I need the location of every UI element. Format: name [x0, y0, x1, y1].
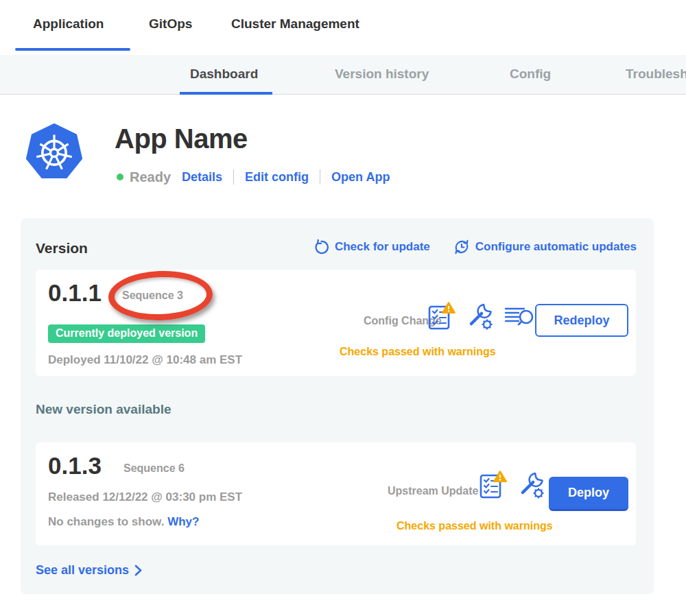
- deploy-button[interactable]: Deploy: [549, 477, 628, 511]
- deployed-timestamp: Deployed 11/10/22 @ 10:48 am EST: [48, 353, 242, 367]
- active-tab-underline: [15, 48, 130, 51]
- tab-dashboard[interactable]: Dashboard: [190, 67, 258, 82]
- open-app-link[interactable]: Open App: [331, 170, 390, 185]
- active-subtab-underline: [180, 92, 272, 95]
- check-for-update-link[interactable]: Check for update: [314, 239, 430, 255]
- version-action-icons: [427, 301, 535, 331]
- tab-config[interactable]: Config: [510, 67, 551, 82]
- new-version-sequence: Sequence 6: [123, 462, 185, 475]
- edit-config-link[interactable]: Edit config: [245, 170, 309, 185]
- page-title: App Name: [115, 123, 248, 154]
- top-nav: Application GitOps Cluster Management: [0, 0, 686, 55]
- version-panel-actions: Check for update Configure automatic upd…: [314, 239, 637, 255]
- refresh-icon: [314, 239, 329, 255]
- version-panel: Version Check for update Configure autom…: [21, 218, 654, 594]
- divider: [233, 169, 234, 185]
- currently-deployed-badge: Currently deployed version: [48, 324, 205, 343]
- tab-version-history[interactable]: Version history: [335, 67, 429, 82]
- configure-automatic-updates-link[interactable]: Configure automatic updates: [453, 239, 637, 255]
- no-changes-text: No changes to show. Why?: [48, 515, 199, 529]
- edit-config-wrench-icon[interactable]: [466, 302, 495, 331]
- tab-application[interactable]: Application: [33, 16, 104, 32]
- ready-status-dot-icon: [117, 174, 123, 180]
- checks-status-text[interactable]: Checks passed with warnings: [397, 520, 553, 532]
- app-status-row: Ready Details Edit config Open App: [117, 168, 390, 186]
- version-action-icons: [478, 470, 546, 500]
- see-all-versions-link[interactable]: See all versions: [36, 563, 142, 578]
- see-all-versions-label: See all versions: [36, 563, 129, 578]
- divider: [320, 169, 320, 185]
- current-version-number: 0.1.1: [48, 279, 102, 307]
- version-panel-title: Version: [36, 240, 88, 257]
- redeploy-button[interactable]: Redeploy: [535, 304, 628, 337]
- preflight-checklist-warning-icon[interactable]: [478, 470, 508, 500]
- check-for-update-label: Check for update: [335, 240, 430, 254]
- view-diff-search-icon[interactable]: [504, 303, 535, 329]
- new-version-card: 0.1.3 Sequence 6 Released 12/12/22 @ 03:…: [36, 442, 636, 545]
- status-text: Ready: [130, 169, 171, 185]
- kubernetes-logo-icon: [24, 122, 84, 182]
- chevron-right-icon: [134, 565, 142, 576]
- tab-troubleshoot[interactable]: Troubleshoot: [626, 67, 686, 82]
- tab-gitops[interactable]: GitOps: [149, 16, 192, 32]
- why-link[interactable]: Why?: [167, 515, 199, 528]
- no-changes-label: No changes to show.: [48, 515, 164, 528]
- app-sub-nav: Dashboard Version history Config Trouble…: [0, 55, 686, 95]
- configure-automatic-updates-label: Configure automatic updates: [475, 240, 637, 254]
- version-source-label: Upstream Update: [388, 485, 478, 497]
- checks-status-text[interactable]: Checks passed with warnings: [340, 346, 496, 358]
- preflight-checklist-warning-icon[interactable]: [427, 301, 457, 331]
- current-version-sequence: Sequence 3: [122, 289, 183, 302]
- released-timestamp: Released 12/12/22 @ 03:30 pm EST: [48, 490, 242, 504]
- details-link[interactable]: Details: [182, 170, 222, 185]
- edit-config-wrench-icon[interactable]: [517, 471, 546, 499]
- auto-update-clock-icon: [453, 239, 470, 255]
- tab-cluster-management[interactable]: Cluster Management: [231, 16, 359, 32]
- current-version-card: 0.1.1 Sequence 3 Currently deployed vers…: [36, 270, 636, 376]
- new-version-number: 0.1.3: [48, 452, 102, 479]
- new-version-heading: New version available: [36, 402, 172, 417]
